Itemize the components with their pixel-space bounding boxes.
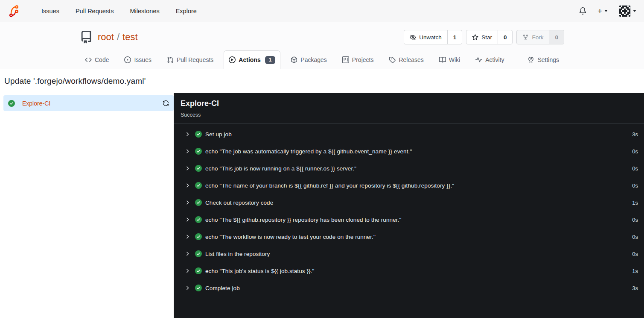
success-check-icon	[195, 131, 202, 138]
job-name: Explore-CI	[22, 100, 159, 107]
step-row[interactable]: echo "The ${{ github.repository }} repos…	[174, 211, 644, 228]
step-row[interactable]: Check out repository code 1s	[174, 194, 644, 211]
step-duration: 0s	[632, 251, 638, 257]
job-log-panel: Explore-CI Success Set up job 3s echo "T…	[174, 93, 644, 318]
fork-count: 0	[549, 30, 564, 44]
job-item-explore-ci[interactable]: Explore-CI	[3, 95, 174, 111]
repo-owner-link[interactable]: root	[98, 32, 114, 43]
step-name: echo "This job's status is ${{ job.statu…	[205, 268, 627, 274]
success-check-icon	[195, 216, 202, 223]
chevron-right-icon[interactable]	[184, 200, 190, 206]
step-row[interactable]: echo "The name of your branch is ${{ git…	[174, 177, 644, 194]
step-name: Check out repository code	[205, 200, 627, 206]
success-check-icon	[195, 285, 202, 291]
wrench-icon	[527, 56, 534, 63]
forgejo-logo-icon[interactable]	[8, 5, 20, 18]
fork-icon	[522, 34, 529, 41]
refresh-icon[interactable]	[163, 100, 169, 106]
tab-projects[interactable]: Projects	[337, 50, 379, 69]
tab-releases[interactable]: Releases	[384, 50, 428, 69]
issue-opened-icon	[124, 56, 131, 63]
main-nav: Issues Pull Requests Milestones Explore	[33, 5, 205, 17]
nav-pull-requests[interactable]: Pull Requests	[67, 5, 122, 17]
tab-wiki[interactable]: Wiki	[434, 50, 465, 69]
tab-code[interactable]: Code	[80, 50, 114, 69]
repo-action-buttons: Unwatch 1 Star 0	[404, 30, 564, 44]
step-row[interactable]: echo "This job's status is ${{ job.statu…	[174, 262, 644, 279]
step-duration: 0s	[632, 148, 638, 155]
tab-label: Code	[95, 56, 109, 63]
fork-label: Fork	[532, 34, 543, 41]
tab-label: Issues	[134, 56, 151, 63]
book-icon	[439, 56, 446, 63]
pulse-icon	[475, 56, 482, 63]
tab-settings[interactable]: Settings	[522, 50, 564, 69]
star-button[interactable]: Star 0	[466, 30, 513, 44]
nav-explore[interactable]: Explore	[168, 5, 205, 17]
chevron-right-icon[interactable]	[184, 234, 190, 240]
actions-run-view: Update '.forgejo/workflows/demo.yaml' Ex…	[0, 76, 644, 318]
tab-issues[interactable]: Issues	[119, 50, 156, 69]
step-duration: 1s	[632, 268, 638, 274]
create-new-dropdown[interactable]: +	[597, 7, 608, 15]
chevron-right-icon[interactable]	[184, 148, 190, 154]
jobs-sidebar: Explore-CI	[0, 93, 174, 318]
git-pull-request-icon	[167, 56, 174, 63]
success-check-icon	[195, 165, 202, 172]
tag-icon	[389, 56, 396, 63]
step-row[interactable]: echo "The job was automatically triggere…	[174, 143, 644, 160]
tab-label: Settings	[537, 56, 559, 63]
chevron-right-icon[interactable]	[184, 131, 190, 137]
success-check-icon	[195, 199, 202, 206]
chevron-right-icon[interactable]	[184, 217, 190, 223]
step-row[interactable]: List files in the repository 0s	[174, 245, 644, 262]
actions-count-badge: 1	[265, 56, 276, 64]
unwatch-label: Unwatch	[419, 34, 442, 41]
chevron-down-icon	[604, 10, 608, 12]
tab-pull-requests[interactable]: Pull Requests	[162, 50, 219, 69]
repository-icon	[80, 31, 93, 44]
user-menu-dropdown[interactable]	[619, 5, 636, 17]
step-row[interactable]: echo "The workflow is now ready to test …	[174, 228, 644, 245]
step-duration: 0s	[632, 234, 638, 240]
notifications-bell-icon[interactable]	[579, 7, 586, 15]
fork-button: Fork 0	[516, 30, 564, 44]
nav-milestones[interactable]: Milestones	[122, 5, 167, 17]
run-title: Update '.forgejo/workflows/demo.yaml'	[4, 76, 640, 86]
job-log-header: Explore-CI Success	[174, 93, 644, 123]
success-check-icon	[195, 182, 202, 189]
step-duration: 3s	[632, 285, 638, 291]
step-row[interactable]: Set up job 3s	[174, 126, 644, 143]
step-name: Set up job	[205, 131, 627, 138]
step-row[interactable]: echo "This job is now running on a ${{ r…	[174, 160, 644, 177]
tab-label: Activity	[485, 56, 504, 63]
steps-list: Set up job 3s echo "The job was automati…	[174, 123, 644, 297]
nav-issues[interactable]: Issues	[33, 5, 67, 17]
step-row[interactable]: Complete job 3s	[174, 279, 644, 297]
eye-slash-icon	[410, 34, 416, 41]
tab-label: Pull Requests	[177, 56, 213, 63]
tab-label: Wiki	[449, 56, 460, 63]
tab-activity[interactable]: Activity	[470, 50, 509, 69]
chevron-right-icon[interactable]	[184, 165, 190, 171]
plus-icon: +	[597, 7, 602, 15]
repo-name-link[interactable]: test	[122, 32, 137, 43]
step-name: echo "This job is now running on a ${{ r…	[205, 165, 627, 172]
step-duration: 0s	[632, 182, 638, 189]
watch-count[interactable]: 1	[447, 30, 462, 44]
chevron-right-icon[interactable]	[184, 268, 190, 274]
step-duration: 3s	[632, 131, 638, 138]
tab-actions[interactable]: Actions 1	[224, 50, 280, 69]
success-check-icon	[195, 250, 202, 257]
chevron-right-icon[interactable]	[184, 285, 190, 291]
chevron-right-icon[interactable]	[184, 251, 190, 257]
unwatch-button[interactable]: Unwatch 1	[404, 30, 462, 44]
tab-packages[interactable]: Packages	[286, 50, 332, 69]
star-label: Star	[481, 34, 492, 41]
step-duration: 0s	[632, 165, 638, 172]
chevron-down-icon	[633, 10, 636, 12]
avatar	[619, 5, 631, 17]
star-count[interactable]: 0	[498, 30, 513, 44]
chevron-right-icon[interactable]	[184, 182, 190, 188]
top-navigation: Issues Pull Requests Milestones Explore …	[0, 0, 644, 22]
